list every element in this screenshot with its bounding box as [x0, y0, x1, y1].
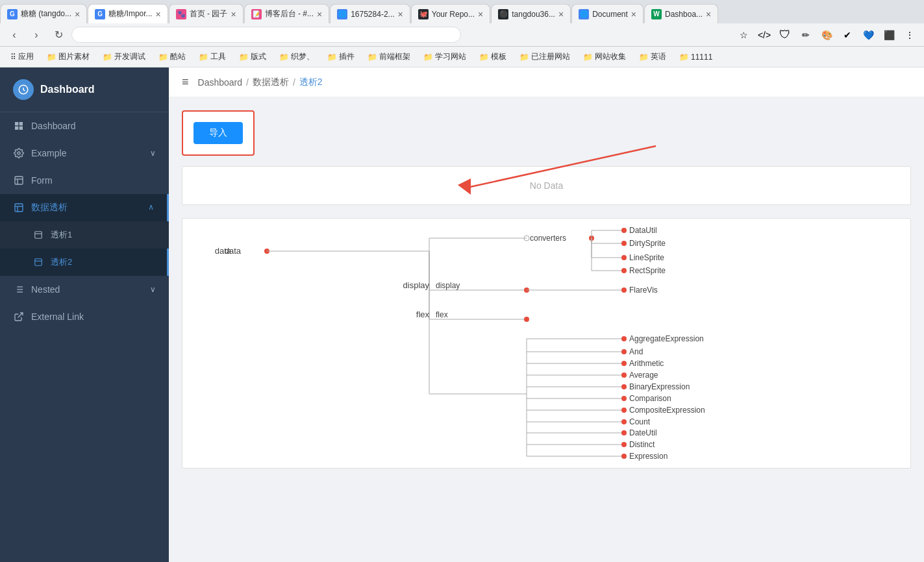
- bookmark-tools[interactable]: 📁 工具: [194, 49, 231, 64]
- tree-label-flex-branch: flex: [416, 310, 430, 319]
- tree-label-linesprite: LineSprite: [629, 253, 664, 262]
- tree-label-datautil: DataUtil: [629, 226, 657, 235]
- tree-label-rectsprite: RectSprite: [629, 266, 666, 275]
- tree-label-composite: CompositeExpression: [629, 406, 705, 415]
- svg-rect-4: [19, 127, 23, 130]
- bookmark-collection[interactable]: 📁 网站收集: [578, 49, 631, 64]
- tab-close-1[interactable]: ×: [75, 10, 80, 19]
- tab-close-4[interactable]: ×: [317, 10, 322, 19]
- import-button[interactable]: 导入: [194, 122, 243, 144]
- sidebar-item-external[interactable]: External Link: [0, 303, 169, 330]
- bookmark-plugin-label: 插件: [339, 51, 355, 62]
- sidebar-item-touxi2[interactable]: 透析2: [0, 249, 169, 276]
- bookmark-frontend[interactable]: 📁 前端框架: [362, 49, 416, 64]
- svg-rect-12: [35, 232, 42, 239]
- bookmark-tools-label: 工具: [210, 51, 226, 62]
- tab-close-3[interactable]: ×: [231, 10, 236, 19]
- extension-icon-6[interactable]: ⬛: [880, 26, 898, 44]
- breadcrumb-menu-icon[interactable]: ≡: [182, 75, 189, 89]
- svg-line-22: [18, 313, 23, 317]
- tab-title-7: tangdou36...: [512, 10, 555, 19]
- forward-button[interactable]: ›: [27, 26, 45, 44]
- tree-label-avg: Average: [629, 371, 658, 380]
- tab-favicon-5: 🌐: [337, 9, 347, 19]
- sidebar-item-dashboard[interactable]: Dashboard: [0, 112, 169, 140]
- tab-favicon-8: 🌐: [579, 9, 589, 19]
- tab-2[interactable]: G 糖糖/Impor... ×: [88, 4, 168, 23]
- extension-icon-3[interactable]: 🎨: [818, 26, 836, 44]
- address-input[interactable]: localhost:9528/#/excel/ImportExcel2: [71, 27, 461, 43]
- tab-favicon-7: ⚫: [498, 9, 508, 19]
- link-icon: [13, 311, 25, 323]
- breadcrumb-dashboard[interactable]: Dashboard: [198, 77, 243, 88]
- bookmark-plugin[interactable]: 📁 插件: [322, 49, 360, 64]
- tree-label-distinct: Distinct: [629, 440, 655, 449]
- tree-node-flarevis: [621, 287, 627, 293]
- tab-5[interactable]: 🌐 1675284-2... ×: [330, 4, 410, 23]
- tab-1[interactable]: G 糖糖 (tangdo... ×: [0, 4, 87, 23]
- data-table-area: No Data: [182, 166, 911, 205]
- tree-label-dirtysprite: DirtySprite: [629, 239, 666, 248]
- bookmark-layout[interactable]: 📁 版式: [234, 49, 271, 64]
- tree-label-flex-side: flex: [436, 310, 448, 319]
- back-button[interactable]: ‹: [5, 26, 23, 44]
- bookmark-cool[interactable]: 📁 酷站: [153, 49, 191, 64]
- nested-arrow-icon: ∨: [150, 285, 156, 294]
- star-icon[interactable]: ☆: [734, 26, 753, 44]
- extension-icon-1[interactable]: 🛡: [776, 26, 794, 44]
- bookmark-images[interactable]: 📁 图片素材: [42, 49, 95, 64]
- extension-icon-2[interactable]: ✏: [797, 26, 815, 44]
- bookmark-learning[interactable]: 📁 学习网站: [418, 49, 471, 64]
- bookmark-apps[interactable]: ⠿ 应用: [5, 49, 39, 64]
- refresh-button[interactable]: ↻: [49, 26, 68, 44]
- tab-close-7[interactable]: ×: [558, 10, 564, 19]
- extension-icon-5[interactable]: 💙: [859, 26, 877, 44]
- tab-close-5[interactable]: ×: [398, 10, 403, 19]
- bookmark-template[interactable]: 📁 模板: [474, 49, 512, 64]
- tab-favicon-4: 📝: [251, 9, 262, 19]
- tree-label-flarevis: FlareVis: [629, 286, 658, 295]
- tab-close-6[interactable]: ×: [478, 10, 483, 19]
- menu-icon[interactable]: ⋮: [901, 26, 919, 44]
- tab-close-8[interactable]: ×: [631, 10, 636, 19]
- tree-node-comp: [621, 396, 627, 401]
- browser-chrome: G 糖糖 (tangdo... × G 糖糖/Impor... × 🐾 首页 -…: [0, 0, 924, 67]
- breadcrumb-sep-2: /: [293, 77, 295, 88]
- bookmark-registered[interactable]: 📁 已注册网站: [514, 49, 575, 64]
- bookmark-dev-label: 开发调试: [114, 51, 145, 62]
- sidebar-item-nested[interactable]: Nested ∨: [0, 276, 169, 303]
- sidebar-sub-shuju: 透析1 透析2: [0, 221, 169, 276]
- content-area: 导入 No Data data: [169, 97, 924, 562]
- sidebar-item-dashboard-label: Dashboard: [31, 121, 156, 131]
- tab-7[interactable]: ⚫ tangdou36... ×: [491, 4, 571, 23]
- tab-6[interactable]: 🐙 Your Repo... ×: [411, 4, 490, 23]
- bookmarks-bar: ⠿ 应用 📁 图片素材 📁 开发调试 📁 酷站 📁 工具 📁 版式 📁 织梦、: [0, 47, 924, 67]
- tab-close-9[interactable]: ×: [706, 10, 711, 19]
- bookmark-english[interactable]: 📁 英语: [634, 49, 671, 64]
- tree-node-dateutil: [621, 430, 627, 435]
- app-layout: Dashboard Dashboard Example ∨ Form: [0, 67, 924, 562]
- sidebar-item-shuju[interactable]: 数据透析 ∨: [0, 194, 169, 221]
- breadcrumb-shuju[interactable]: 数据透析: [253, 77, 289, 88]
- svg-rect-6: [15, 177, 23, 184]
- bookmark-english-label: 英语: [651, 51, 666, 62]
- tab-title-1: 糖糖 (tangdo...: [21, 8, 71, 19]
- sidebar-item-form[interactable]: Form: [0, 167, 169, 194]
- tree-node-distinct: [621, 442, 627, 447]
- code-icon[interactable]: </>: [755, 26, 773, 44]
- sidebar-item-example[interactable]: Example ∨: [0, 140, 169, 167]
- tab-4[interactable]: 📝 博客后台 - #... ×: [244, 4, 330, 23]
- bookmark-dev[interactable]: 📁 开发调试: [97, 49, 151, 64]
- tab-favicon-1: G: [7, 9, 18, 19]
- tab-9[interactable]: W Dashboa... ×: [644, 4, 718, 23]
- tree-node-bin: [621, 384, 627, 389]
- bookmark-11111[interactable]: 📁 11111: [674, 51, 718, 64]
- bookmark-apps-label: 应用: [18, 51, 34, 62]
- extension-icon-4[interactable]: ✔: [838, 26, 856, 44]
- tab-8[interactable]: 🌐 Document ×: [571, 4, 643, 23]
- tab-3[interactable]: 🐾 首页 - 园子 ×: [169, 4, 243, 23]
- breadcrumb-current: 透析2: [299, 77, 323, 88]
- bookmark-dream[interactable]: 📁 织梦、: [274, 49, 319, 64]
- tab-close-2[interactable]: ×: [156, 10, 161, 19]
- sidebar-item-touxi1[interactable]: 透析1: [0, 221, 169, 249]
